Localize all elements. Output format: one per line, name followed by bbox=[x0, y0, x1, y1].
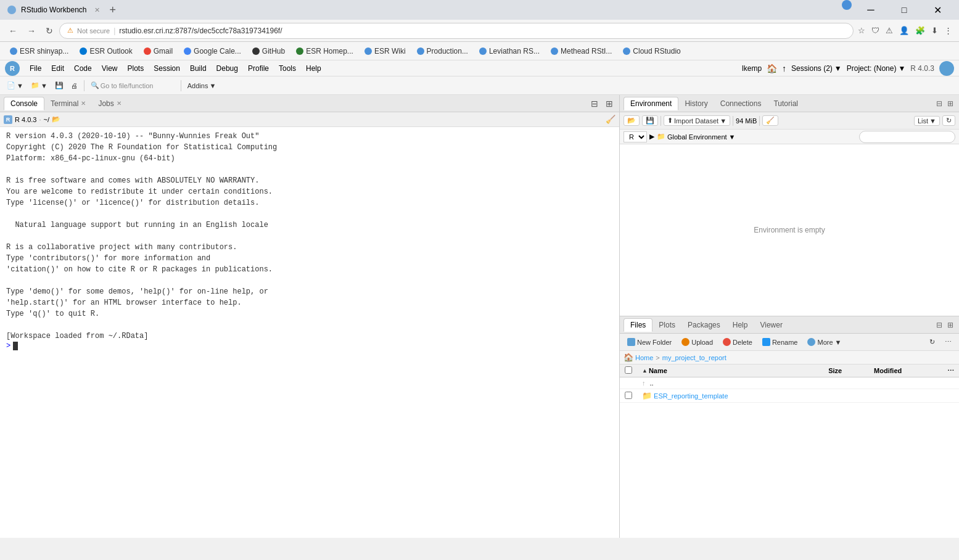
menu-build[interactable]: Build bbox=[185, 63, 212, 74]
row-name-cell[interactable]: ↑ .. bbox=[637, 377, 823, 389]
new-tab-button[interactable]: + bbox=[105, 4, 121, 17]
forward-button[interactable]: → bbox=[23, 23, 39, 38]
clear-env-button[interactable]: 🧹 bbox=[762, 115, 778, 126]
tab-help[interactable]: Help bbox=[726, 319, 754, 331]
file-link[interactable]: ESR_reporting_template bbox=[654, 392, 728, 400]
global-env-selector[interactable]: 📁 Global Environment ▼ bbox=[657, 133, 736, 141]
menu-profile[interactable]: Profile bbox=[243, 63, 274, 74]
import-dataset-button[interactable]: ⬆ Import Dataset ▼ bbox=[664, 115, 730, 126]
modified-column-header[interactable]: Modified bbox=[869, 364, 942, 377]
extension-icon[interactable]: 🧩 bbox=[913, 24, 927, 37]
menu-help[interactable]: Help bbox=[301, 63, 326, 74]
menu-plots[interactable]: Plots bbox=[123, 63, 149, 74]
breadcrumb-path[interactable]: my_project_to_report bbox=[662, 354, 726, 361]
bookmark-esr-shiny[interactable]: ESR shinyap... bbox=[5, 46, 73, 57]
file-checkbox[interactable] bbox=[625, 392, 632, 399]
maximize-button[interactable]: □ bbox=[890, 0, 918, 20]
minimize-button[interactable]: ─ bbox=[857, 0, 885, 20]
save-workspace-button[interactable]: 💾 bbox=[642, 115, 658, 126]
new-folder-button[interactable]: New Folder bbox=[624, 337, 675, 347]
menu-view[interactable]: View bbox=[97, 63, 123, 74]
load-workspace-button[interactable]: 📂 bbox=[624, 115, 640, 126]
row-name-cell2[interactable]: 📁 ESR_reporting_template bbox=[637, 389, 823, 403]
tab-tutorial[interactable]: Tutorial bbox=[767, 97, 804, 110]
addins-button[interactable]: Addins ▼ bbox=[184, 81, 220, 91]
name-column-header[interactable]: ▲ Name bbox=[637, 364, 823, 377]
r-selector[interactable]: R bbox=[624, 131, 647, 142]
menu-session[interactable]: Session bbox=[149, 63, 185, 74]
menu-debug[interactable]: Debug bbox=[212, 63, 243, 74]
tab-files[interactable]: Files bbox=[624, 318, 652, 332]
tab-plots[interactable]: Plots bbox=[652, 319, 681, 331]
jobs-tab-close[interactable]: ✕ bbox=[117, 100, 121, 107]
tab-environment[interactable]: Environment bbox=[624, 97, 678, 110]
menu-icon[interactable]: ⋮ bbox=[942, 24, 954, 37]
rename-file-button[interactable]: Rename bbox=[759, 337, 802, 347]
breadcrumb-home[interactable]: Home bbox=[635, 354, 653, 361]
tab-viewer[interactable]: Viewer bbox=[754, 319, 788, 331]
open-file-button[interactable]: 📁 ▼ bbox=[28, 80, 51, 91]
menu-tools[interactable]: Tools bbox=[274, 63, 301, 74]
bookmark-leviathan[interactable]: Leviathan RS... bbox=[474, 46, 545, 57]
go-to-file-label[interactable]: Go to file/function bbox=[101, 82, 175, 89]
upload-file-button[interactable]: Upload bbox=[678, 337, 717, 347]
download-icon[interactable]: ⬇ bbox=[929, 24, 940, 37]
console-output-area[interactable]: R version 4.0.3 (2020-10-10) -- "Bunny-W… bbox=[0, 127, 619, 538]
tab-connections[interactable]: Connections bbox=[714, 97, 768, 110]
menu-file[interactable]: File bbox=[25, 63, 46, 74]
bookmark-github[interactable]: GitHub bbox=[247, 46, 290, 57]
tab-packages[interactable]: Packages bbox=[681, 319, 726, 331]
right-top-minimize-button[interactable]: ⊟ bbox=[934, 99, 944, 108]
new-file-button[interactable]: 📄 ▼ bbox=[4, 80, 27, 91]
size-column-header[interactable]: Size bbox=[823, 364, 869, 377]
right-bottom-minimize-button[interactable]: ⊟ bbox=[934, 321, 944, 329]
address-bar[interactable]: ⚠ Not secure | rstudio.esr.cri.nz:8787/s… bbox=[59, 23, 854, 39]
bookmark-cloud-rstudio[interactable]: Cloud RStudio bbox=[618, 46, 685, 57]
tab-history[interactable]: History bbox=[678, 97, 714, 110]
select-all-checkbox[interactable] bbox=[625, 366, 632, 374]
right-top-maximize-button[interactable]: ⊞ bbox=[945, 99, 955, 108]
go-to-file-button[interactable]: 🔍 Go to file/function bbox=[88, 80, 178, 91]
tab-jobs[interactable]: Jobs ✕ bbox=[92, 97, 127, 110]
close-button[interactable]: ✕ bbox=[923, 0, 952, 20]
bookmark-icon[interactable]: ☆ bbox=[856, 24, 867, 37]
save-button[interactable]: 💾 bbox=[52, 80, 67, 91]
bookmark-gmail[interactable]: Gmail bbox=[139, 46, 178, 57]
delete-file-button[interactable]: Delete bbox=[719, 337, 756, 347]
bookmark-esr-outlook[interactable]: ESR Outlook bbox=[75, 46, 137, 57]
user-avatar[interactable] bbox=[939, 61, 954, 76]
tab-terminal[interactable]: Terminal ✕ bbox=[44, 97, 92, 110]
bookmark-production[interactable]: Production... bbox=[412, 46, 473, 57]
console-clear-button[interactable]: 🧹 bbox=[606, 115, 615, 124]
more-button[interactable]: More ▼ bbox=[804, 337, 845, 347]
close-tab-icon[interactable]: ✕ bbox=[94, 6, 100, 14]
bookmark-esr-home[interactable]: ESR Homep... bbox=[291, 46, 358, 57]
print-button[interactable]: 🖨 bbox=[68, 81, 81, 91]
terminal-tab-close[interactable]: ✕ bbox=[81, 100, 86, 107]
minimize-panel-button[interactable]: ⊟ bbox=[588, 97, 601, 110]
alert-icon[interactable]: ⚠ bbox=[884, 24, 895, 37]
maximize-panel-button[interactable]: ⊞ bbox=[603, 97, 615, 110]
path-browse-icon[interactable]: 📂 bbox=[52, 115, 60, 123]
refresh-files-button[interactable]: ↻ bbox=[926, 337, 939, 347]
r-version-button[interactable]: R 4.0.3 bbox=[910, 64, 934, 73]
menu-edit[interactable]: Edit bbox=[46, 63, 69, 74]
tab-console[interactable]: Console bbox=[4, 97, 44, 110]
upload-button[interactable]: ↑ bbox=[782, 64, 786, 73]
list-view-button[interactable]: List ▼ bbox=[914, 116, 940, 126]
right-bottom-maximize-button[interactable]: ⊞ bbox=[945, 321, 955, 329]
home-button[interactable]: 🏠 bbox=[767, 64, 777, 73]
sessions-button[interactable]: Sessions (2) ▼ bbox=[791, 64, 842, 73]
url-text[interactable]: rstudio.esr.cri.nz:8787/s/dec5ccfc78a319… bbox=[119, 27, 846, 35]
project-button[interactable]: Project: (None) ▼ bbox=[847, 64, 906, 73]
back-button[interactable]: ← bbox=[5, 23, 21, 38]
profile-icon[interactable]: 👤 bbox=[897, 24, 911, 37]
reload-button[interactable]: ↻ bbox=[42, 23, 57, 38]
refresh-env-button[interactable]: ↻ bbox=[942, 115, 955, 126]
shield-icon[interactable]: 🛡 bbox=[870, 24, 881, 37]
bookmark-methead[interactable]: Methead RStI... bbox=[546, 46, 617, 57]
files-ellipsis-button[interactable]: ⋯ bbox=[941, 337, 955, 347]
menu-code[interactable]: Code bbox=[69, 63, 97, 74]
bookmark-gcal[interactable]: Google Cale... bbox=[179, 46, 246, 57]
env-search-input[interactable] bbox=[859, 131, 955, 143]
